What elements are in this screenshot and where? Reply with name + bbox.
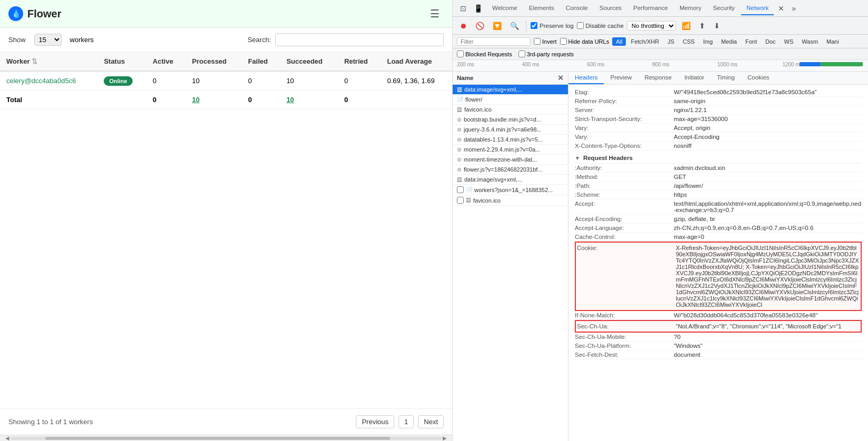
timeline-progress-blue xyxy=(800,62,821,66)
upload-btn[interactable]: ⬆ xyxy=(696,20,708,32)
tab-console[interactable]: Console xyxy=(561,2,593,15)
disable-cache-checkbox[interactable] xyxy=(577,22,584,29)
filter-btn-icon[interactable]: 🔽 xyxy=(490,20,504,32)
filter-mani[interactable]: Mani xyxy=(823,37,843,46)
item-text-2: favicon.ico xyxy=(464,106,492,113)
third-party-checkbox[interactable] xyxy=(518,51,525,57)
network-item-1[interactable]: 📄 flower/ xyxy=(453,95,568,105)
filter-all[interactable]: All xyxy=(612,37,626,46)
devtools-dock-btn[interactable]: ⊡ xyxy=(457,2,470,15)
record-btn[interactable]: ⏺ xyxy=(457,20,470,32)
hide-data-urls-checkbox[interactable] xyxy=(560,38,567,45)
details-tab-response[interactable]: Response xyxy=(638,72,678,84)
network-item-3[interactable]: ⚙ bootstrap.bundle.min.js?v=d... xyxy=(453,115,568,125)
prev-button[interactable]: Previous xyxy=(356,415,394,428)
filter-input[interactable] xyxy=(457,37,531,46)
search-input[interactable] xyxy=(275,33,444,46)
network-item-8[interactable]: ⚙ flower.js?v=186246822031bf... xyxy=(453,165,568,175)
filter-doc[interactable]: Doc xyxy=(762,37,780,46)
details-tab-timing[interactable]: Timing xyxy=(711,72,741,84)
filter-js[interactable]: JS xyxy=(664,37,678,46)
network-item-5[interactable]: ⚙ datatables-1.13.4.min.js?v=5... xyxy=(453,135,568,145)
worker-link[interactable]: celery@dcc4aba0d5c6 xyxy=(6,77,76,85)
network-item-4[interactable]: ⚙ jquery-3.6.4.min.js?v=a6e98... xyxy=(453,125,568,135)
devtools-more-btn[interactable]: » xyxy=(789,2,799,15)
item-icon-9: 🖼 xyxy=(457,177,462,183)
search-btn[interactable]: 🔍 xyxy=(507,20,522,32)
tab-performance[interactable]: Performance xyxy=(628,2,673,15)
download-btn[interactable]: ⬇ xyxy=(711,20,723,32)
details-tab-preview[interactable]: Preview xyxy=(604,72,638,84)
network-item-11[interactable]: 🖼 favicon.ico xyxy=(453,195,568,206)
network-item-9[interactable]: 🖼 data:image/svg+xml,... xyxy=(453,175,568,185)
tab-welcome[interactable]: Welcome xyxy=(487,2,523,15)
preserve-log-checkbox[interactable] xyxy=(531,22,537,29)
devtools-mobile-btn[interactable]: 📱 xyxy=(471,2,486,15)
request-headers-section-header[interactable]: ▼ Request Headers xyxy=(575,153,862,164)
invert-checkbox[interactable] xyxy=(534,38,541,45)
tab-sources[interactable]: Sources xyxy=(594,2,627,15)
filter-ws[interactable]: WS xyxy=(781,37,797,46)
req-header-method: :Method: GET xyxy=(575,173,862,182)
network-item-6[interactable]: ⚙ moment-2.29.4.min.js?v=0a... xyxy=(453,145,568,155)
show-select[interactable]: 15 25 50 100 xyxy=(34,34,62,46)
pagination-row: Showing 1 to 1 of 1 workers Previous 1 N… xyxy=(0,408,452,435)
hamburger-button[interactable]: ☰ xyxy=(426,5,444,22)
network-item-10[interactable]: 📄 workers?json=1&_=1688352... xyxy=(453,185,568,195)
total-succeeded[interactable]: 10 xyxy=(286,96,294,104)
tab-network[interactable]: Network xyxy=(741,2,774,15)
filter-type-buttons: All Fetch/XHR JS CSS Img Media Font Doc … xyxy=(612,37,843,46)
item-text-0: data:image/svg+xml,... xyxy=(464,86,522,93)
details-tab-initiator[interactable]: Initiator xyxy=(678,72,711,84)
preserve-log-label[interactable]: Preserve log xyxy=(531,22,574,29)
network-item-0[interactable]: 🖼 data:image/svg+xml,... xyxy=(453,85,568,95)
blocked-requests-label[interactable]: Blocked Requests xyxy=(457,51,512,57)
wifi-btn[interactable]: 📶 xyxy=(679,20,693,32)
scrollbar-track[interactable] xyxy=(11,437,442,440)
item-icon-1: 📄 xyxy=(457,97,463,103)
scrollbar-thumb[interactable] xyxy=(45,437,390,440)
col-status: Status xyxy=(97,52,146,71)
hide-data-urls-label[interactable]: Hide data URLs xyxy=(560,38,610,45)
third-party-text: 3rd-party requests xyxy=(527,51,574,57)
tab-memory[interactable]: Memory xyxy=(674,2,707,15)
item-checkbox-11[interactable] xyxy=(457,197,464,204)
blocked-requests-row: Blocked Requests 3rd-party requests xyxy=(453,48,868,60)
tab-elements[interactable]: Elements xyxy=(524,2,560,15)
network-item-7[interactable]: ⚙ moment-timezone-with-dat... xyxy=(453,155,568,165)
total-row: Total 0 10 0 10 0 xyxy=(0,91,452,109)
col-load-average: Load Average xyxy=(381,52,452,71)
tab-security[interactable]: Security xyxy=(707,2,740,15)
filter-fetch-xhr[interactable]: Fetch/XHR xyxy=(627,37,663,46)
total-processed[interactable]: 10 xyxy=(192,96,199,104)
next-button[interactable]: Next xyxy=(418,415,444,428)
filter-css[interactable]: CSS xyxy=(679,37,699,46)
table-row: celery@dcc4aba0d5c6 Online 0 10 0 10 0 0… xyxy=(0,71,452,91)
filter-media[interactable]: Media xyxy=(717,37,741,46)
throttle-select[interactable]: No throttling xyxy=(627,21,676,31)
disable-cache-label[interactable]: Disable cache xyxy=(577,22,624,29)
page-1-button[interactable]: 1 xyxy=(398,415,414,428)
item-checkbox-10[interactable] xyxy=(457,186,464,193)
req-header-authority: :Authority: xadmin.dvcloud.xin xyxy=(575,164,862,173)
filter-wasm[interactable]: Wasm xyxy=(798,37,822,46)
blocked-requests-checkbox[interactable] xyxy=(457,51,464,57)
details-tab-cookies[interactable]: Cookies xyxy=(741,72,776,84)
req-header-cookie: Cookie: X-Refresh-Token=eyJhbGciOiJIUzI1… xyxy=(575,242,862,311)
total-active: 0 xyxy=(146,91,186,109)
scroll-left-arrow[interactable]: ◀ xyxy=(4,435,11,441)
cell-failed: 0 xyxy=(242,71,280,91)
horizontal-scrollbar[interactable]: ◀ ▶ xyxy=(0,435,452,441)
clear-btn[interactable]: 🚫 xyxy=(473,20,487,32)
third-party-label[interactable]: 3rd-party requests xyxy=(518,51,574,57)
item-text-10: workers?json=1&_=1688352... xyxy=(474,187,553,193)
invert-label[interactable]: Invert xyxy=(534,38,557,45)
item-icon-0: 🖼 xyxy=(457,87,462,93)
scroll-right-arrow[interactable]: ▶ xyxy=(442,435,448,441)
filter-font[interactable]: Font xyxy=(742,37,761,46)
network-item-2[interactable]: 🖼 favicon.ico xyxy=(453,105,568,115)
devtools-close-btn[interactable]: ✕ xyxy=(775,2,787,15)
details-tab-headers[interactable]: Headers xyxy=(568,72,604,84)
filter-img[interactable]: Img xyxy=(700,37,716,46)
details-close-icon[interactable]: ✕ xyxy=(557,74,564,82)
